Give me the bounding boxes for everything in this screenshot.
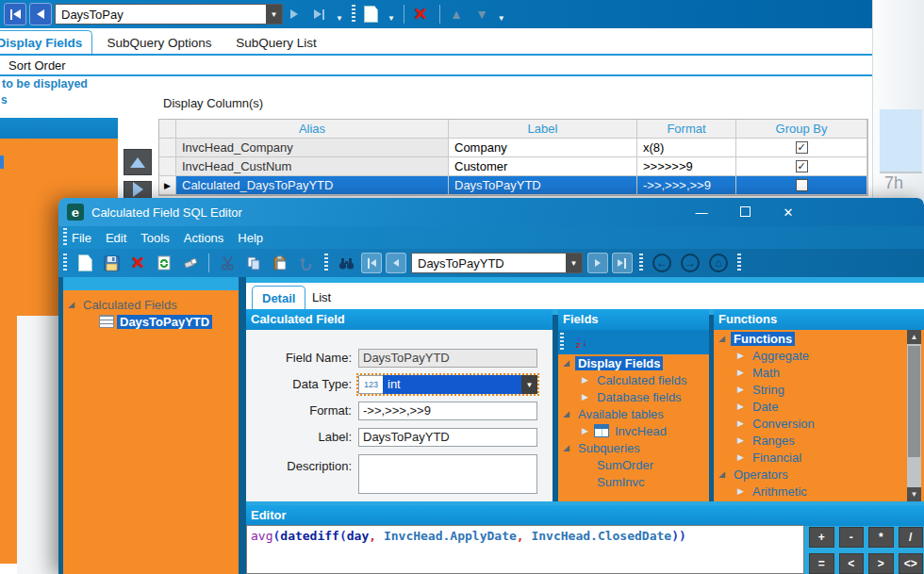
operator-button-mult[interactable]: * [868,527,894,548]
alias-cell[interactable]: InvcHead_CustNum [176,157,449,176]
last-record-button[interactable] [612,253,633,273]
next-record-button[interactable] [283,3,305,25]
cut-button[interactable] [216,253,239,273]
functions-scrollbar[interactable]: ▲ ▼ [907,330,921,501]
new-button[interactable] [360,3,383,25]
description-input[interactable] [358,454,537,494]
move-up-button[interactable]: ▲ [445,3,468,25]
back-button[interactable]: ← [652,254,671,272]
functions-tree-item-operators[interactable]: ◢Operators [714,466,907,483]
dialog-title-bar[interactable]: e Calculated Field SQL Editor — ✕ [58,198,924,226]
move-down-button[interactable]: ▼ [470,3,493,25]
minimize-button[interactable]: — [693,205,710,220]
new-button[interactable] [74,253,96,273]
delete-button[interactable]: ✕ [409,3,432,25]
label-cell[interactable]: Customer [449,157,637,176]
functions-tree-item-functions[interactable]: ◢Functions [714,330,907,347]
collapse-icon[interactable]: ◢ [563,409,575,418]
fields-tree-item-available-tables[interactable]: ◢Available tables [558,405,709,422]
dialog-toolbar-grip-4[interactable] [737,254,741,272]
find-button[interactable] [335,253,357,273]
tab-detail[interactable]: Detail [252,286,305,309]
group-by-checkbox[interactable]: ✓ [796,160,808,172]
fields-tree-item-suminvc[interactable]: SumInvc [558,473,709,490]
home-button[interactable]: ⌂ [709,254,728,272]
calculated-fields-tree-item-calculated-fields[interactable]: ◢Calculated Fields [63,296,239,313]
operator-button-lt[interactable]: < [839,553,865,574]
column-header-format[interactable]: Format [637,120,736,139]
previous-record-button[interactable] [386,253,406,273]
collapse-icon[interactable]: ◢ [563,443,575,452]
undo-button[interactable] [295,253,318,273]
functions-tree-item-arithmetic[interactable]: ▶Arithmetic [714,483,907,500]
dialog-toolbar-grip-2[interactable] [324,254,328,272]
operator-button-ne[interactable]: <> [899,553,924,574]
scroll-up-icon[interactable]: ▲ [907,330,921,344]
label-input[interactable]: DaysToPayYTD [358,428,537,447]
expand-icon[interactable]: ▶ [737,435,750,445]
fields-tree-item-subqueries[interactable]: ◢Subqueries [558,439,709,456]
maximize-button[interactable] [736,205,753,220]
operator-button-gt[interactable]: > [868,553,894,574]
combo-dropdown-icon[interactable]: ▼ [266,5,282,24]
expand-icon[interactable]: ▶ [737,486,750,496]
refresh-button[interactable] [153,253,175,273]
label-cell[interactable]: DaysToPayYTD [449,176,637,195]
menu-actions[interactable]: Actions [184,231,224,245]
last-record-button[interactable] [308,3,331,25]
data-type-combo[interactable]: 123 int ▼ [358,375,537,394]
close-button[interactable]: ✕ [780,205,797,220]
tab-display-fields[interactable]: Display Fields [0,30,92,55]
alias-cell[interactable]: InvcHead_Company [176,139,449,157]
toolbar-grip[interactable] [352,5,355,24]
group-by-checkbox[interactable]: ✓ [796,141,808,154]
sort-strip-grip[interactable] [560,333,564,352]
column-header-group-by[interactable]: Group By [736,120,867,139]
toolbar-overflow-icon[interactable]: ▼ [336,14,343,23]
next-record-button[interactable] [587,253,608,273]
dialog-toolbar-grip[interactable] [63,254,67,272]
expand-icon[interactable]: ▶ [582,375,594,385]
field-name-input[interactable]: DaysToPayYTD [358,349,537,368]
paste-button[interactable] [269,253,291,273]
new-dropdown-icon[interactable]: ▼ [388,14,395,23]
fields-tree-item-sumorder[interactable]: SumOrder [558,456,709,473]
format-cell[interactable]: x(8) [637,139,736,157]
expand-icon[interactable]: ▶ [582,392,594,402]
menu-tools[interactable]: Tools [140,231,169,245]
calculated-fields-tree-item-daystopayytd[interactable]: DaysToPayYTD [63,313,239,330]
expand-icon[interactable]: ▶ [737,385,750,394]
column-header-alias[interactable]: Alias [176,120,449,139]
functions-tree-item-financial[interactable]: ▶Financial [714,449,907,466]
label-cell[interactable]: Company [449,139,637,157]
scrollbar-thumb[interactable] [908,346,920,457]
calendar-event-block[interactable] [880,109,922,173]
collapse-icon[interactable]: ◢ [563,358,575,368]
column-header-label[interactable]: Label [449,120,637,139]
delete-button[interactable]: ✕ [126,253,149,273]
forward-button[interactable]: → [681,254,700,272]
first-record-button[interactable] [4,3,26,25]
expand-icon[interactable]: ▶ [737,452,750,462]
tree-splitter[interactable] [239,277,246,574]
scroll-down-icon[interactable]: ▼ [907,487,921,501]
menu-grip[interactable] [63,228,67,247]
table-row[interactable]: InvcHead_CustNumCustomer>>>>>>9✓ [159,157,867,176]
expand-icon[interactable]: ▶ [737,418,750,428]
collapse-icon[interactable]: ◢ [718,334,731,343]
expand-icon[interactable]: ▶ [737,368,750,377]
fields-tree-item-database-fields[interactable]: ▶Database fields [558,388,709,405]
save-button[interactable] [100,253,123,273]
operator-button-minus[interactable]: - [839,527,865,548]
fields-tree-item-display-fields[interactable]: ◢Display Fields [558,354,709,371]
copy-button[interactable] [242,253,265,273]
functions-tree-item-date[interactable]: ▶Date [714,398,907,415]
alias-cell[interactable]: Calculated_DaysToPayYTD [176,176,449,195]
previous-record-button[interactable] [29,3,52,25]
tab-list[interactable]: List [303,286,340,309]
menu-edit[interactable]: Edit [106,231,126,245]
expand-icon[interactable]: ▶ [737,351,750,360]
table-row[interactable]: InvcHead_CompanyCompanyx(8)✓ [159,139,867,157]
functions-tree-item-math[interactable]: ▶Math [714,364,907,381]
format-cell[interactable]: ->>,>>>,>>9 [637,176,736,195]
